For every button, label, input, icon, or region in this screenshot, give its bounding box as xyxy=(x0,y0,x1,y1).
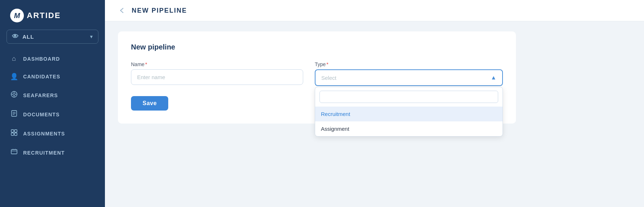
svg-rect-14 xyxy=(11,150,17,154)
documents-icon xyxy=(10,110,18,119)
svg-rect-11 xyxy=(14,130,17,132)
select-placeholder: Select xyxy=(321,75,336,81)
sidebar-item-candidates[interactable]: 👤 CANDIDATES xyxy=(4,68,101,85)
sidebar-item-recruitment[interactable]: RECRUITMENT xyxy=(4,143,101,162)
form-card: New pipeline Name* Type* Sele xyxy=(118,31,516,124)
type-field-group: Type* Select ▲ Recruitment Assignment xyxy=(315,61,503,86)
sidebar-item-label-seafarers: SEAFARERS xyxy=(23,92,58,98)
sidebar-logo: M ARTIDE xyxy=(0,0,105,30)
sidebar-item-documents[interactable]: DOCUMENTS xyxy=(4,105,101,124)
name-field-group: Name* xyxy=(131,61,303,85)
name-label: Name* xyxy=(131,61,303,67)
sidebar-item-label-candidates: CANDIDATES xyxy=(23,74,60,79)
type-select[interactable]: Select ▲ xyxy=(315,69,503,86)
eye-icon: 👁 xyxy=(12,33,19,40)
assignments-icon xyxy=(10,129,18,138)
name-required-star: * xyxy=(145,61,147,67)
sidebar-item-label-dashboard: DASHBOARD xyxy=(23,56,60,62)
chevron-down-icon: ▾ xyxy=(90,34,93,39)
svg-point-1 xyxy=(13,93,15,95)
dashboard-icon: ⌂ xyxy=(10,55,18,62)
svg-rect-12 xyxy=(11,133,14,135)
chevron-up-icon: ▲ xyxy=(491,74,496,81)
filter-dropdown[interactable]: 👁 ALL ▾ xyxy=(7,30,98,44)
form-card-title: New pipeline xyxy=(131,43,503,51)
type-required-star: * xyxy=(326,61,328,67)
top-bar: NEW PIPELINE xyxy=(105,0,644,21)
name-input[interactable] xyxy=(131,69,303,85)
dropdown-option-assignment[interactable]: Assignment xyxy=(315,121,503,136)
sidebar: M ARTIDE 👁 ALL ▾ ⌂ DASHBOARD 👤 CANDIDATE… xyxy=(0,0,105,207)
sidebar-item-label-recruitment: RECRUITMENT xyxy=(23,150,65,156)
candidates-icon: 👤 xyxy=(10,73,18,81)
sidebar-item-assignments[interactable]: ASSIGNMENTS xyxy=(4,124,101,143)
sidebar-item-dashboard[interactable]: ⌂ DASHBOARD xyxy=(4,50,101,67)
sidebar-item-label-assignments: ASSIGNMENTS xyxy=(23,131,65,137)
type-label: Type* xyxy=(315,61,503,67)
logo-icon: M xyxy=(10,9,24,22)
dropdown-option-recruitment[interactable]: Recruitment xyxy=(315,107,503,121)
sidebar-nav: ⌂ DASHBOARD 👤 CANDIDATES SEAFARERS xyxy=(0,50,105,162)
save-button[interactable]: Save xyxy=(131,96,168,111)
filter-label: ALL xyxy=(22,34,86,40)
main-content: NEW PIPELINE New pipeline Name* Type* xyxy=(105,0,644,207)
seafarers-icon xyxy=(10,91,18,100)
logo-text: ARTIDE xyxy=(27,11,61,20)
sidebar-item-seafarers[interactable]: SEAFARERS xyxy=(4,86,101,104)
back-button[interactable] xyxy=(118,7,126,14)
page-title: NEW PIPELINE xyxy=(132,7,187,14)
dropdown-panel: Recruitment Assignment xyxy=(315,87,503,137)
content-area: New pipeline Name* Type* Sele xyxy=(105,21,644,134)
type-select-container: Select ▲ Recruitment Assignment xyxy=(315,69,503,86)
dropdown-search-input[interactable] xyxy=(319,91,498,103)
recruitment-icon xyxy=(10,148,18,157)
sidebar-item-label-documents: DOCUMENTS xyxy=(23,112,60,117)
svg-rect-10 xyxy=(11,130,14,132)
form-row: Name* Type* Select ▲ xyxy=(131,61,503,86)
svg-rect-13 xyxy=(14,133,17,135)
